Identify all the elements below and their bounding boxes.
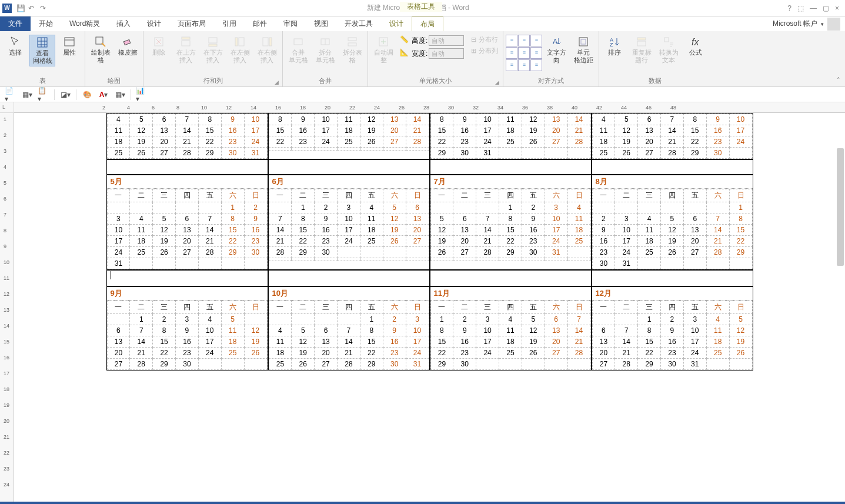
group-label-cell-size: 单元格大小◢ [370, 76, 500, 86]
height-input[interactable] [429, 35, 464, 46]
font-color-icon[interactable]: A▾ [98, 89, 109, 101]
align-bl[interactable]: ≡ [506, 59, 517, 71]
group-label-merge: 合并 [285, 76, 365, 86]
group-label-rows-cols: 行和列◢ [146, 76, 280, 86]
group-label-data: 数据 [602, 76, 709, 86]
vertical-ruler[interactable]: 123456789101112131415161718192021222324 [0, 113, 14, 502]
align-tc[interactable]: ≡ [518, 35, 530, 46]
insert-above-button[interactable]: 在上方插入 [173, 35, 199, 65]
convert-to-text-button[interactable]: 转换为文本 [656, 35, 682, 65]
tab-main-8[interactable]: 视图 [306, 16, 336, 31]
align-mc[interactable]: ≡ [518, 47, 530, 59]
tab-file[interactable]: 文件 [0, 16, 31, 31]
distribute-cols-button[interactable]: ⊞分布列 [469, 46, 500, 56]
svg-rect-23 [348, 38, 356, 41]
close-icon[interactable]: × [835, 4, 839, 12]
tab-main-6[interactable]: 邮件 [245, 16, 275, 31]
qat-save-icon[interactable]: 💾 [16, 4, 25, 12]
title-bar: W 💾 ↶ ↷ 新建 Microsoft Word 文档 - Word 表格工具… [0, 0, 845, 16]
sort-button[interactable]: AZ 排序 [602, 35, 627, 58]
tab-main-5[interactable]: 引用 [214, 16, 245, 31]
tab-main-0[interactable]: 开始 [31, 16, 61, 31]
shape-icon[interactable]: ◪▾ [59, 89, 71, 101]
tab-main-3[interactable]: 设计 [139, 16, 169, 31]
text-direction-button[interactable]: A 文字方向 [543, 35, 569, 65]
svg-rect-18 [263, 38, 268, 46]
svg-rect-19 [269, 38, 272, 46]
tab-main-4[interactable]: 页面布局 [169, 16, 214, 31]
minimize-icon[interactable]: — [810, 4, 817, 12]
group-cell-size: 自动调整 📏 高度: 📐 宽度: ⊟分布行 ⊞分布列 单元格大小◢ [368, 31, 503, 86]
insert-icon[interactable]: 📊▾ [136, 89, 148, 101]
draw-table-button[interactable]: 绘制表格 [88, 35, 113, 65]
view-gridlines-button[interactable]: 查看 网格线 [29, 35, 55, 66]
contextual-tab-label: 表格工具 [400, 2, 442, 12]
qat-redo-icon[interactable]: ↷ [40, 4, 48, 12]
document-area[interactable]: 4567891011121314151617181920212223242526… [14, 113, 845, 502]
word-app-icon: W [2, 4, 12, 13]
help-icon[interactable]: ? [787, 4, 791, 12]
align-mr[interactable]: ≡ [530, 47, 542, 59]
align-tl[interactable]: ≡ [506, 35, 517, 46]
tab-main-1[interactable]: Word精灵 [61, 16, 108, 31]
qat-undo-icon[interactable]: ↶ [28, 4, 36, 12]
align-ml[interactable]: ≡ [506, 47, 517, 59]
width-input[interactable] [429, 48, 464, 59]
svg-rect-33 [664, 38, 669, 42]
split-table-button[interactable]: 拆分表格 [339, 35, 365, 65]
autofit-button[interactable]: 自动调整 [370, 35, 396, 65]
divider [131, 89, 131, 100]
page: 4567891011121314151617181920212223242526… [106, 113, 753, 371]
formula-button[interactable]: fx 公式 [683, 35, 709, 58]
group-label-draw: 绘图 [88, 76, 141, 86]
launcher-icon[interactable]: ◢ [275, 79, 279, 85]
horizontal-ruler[interactable]: 2468101214161820222426283032343638404244… [14, 102, 845, 113]
svg-rect-32 [637, 41, 646, 46]
window-controls: ? ⬚ — ▢ × [787, 4, 843, 12]
width-label: 宽度: [412, 49, 427, 59]
width-icon: 📐 [400, 48, 410, 59]
delete-button[interactable]: 删除 [146, 35, 172, 58]
svg-rect-5 [65, 38, 74, 46]
repeat-header-button[interactable]: 重复标题行 [629, 35, 654, 65]
align-bc[interactable]: ≡ [518, 59, 530, 71]
properties-button[interactable]: 属性 [56, 35, 82, 58]
palette-icon[interactable]: 🎨 [81, 89, 93, 101]
group-merge: 合并 单元格 拆分 单元格 拆分表格 合并 [283, 31, 368, 86]
collapse-ribbon-icon[interactable]: ˄ [837, 76, 840, 84]
svg-rect-13 [182, 37, 190, 39]
newdoc-icon[interactable]: 📄▾ [5, 89, 16, 101]
tab-main-2[interactable]: 插入 [108, 16, 139, 31]
clipboard-icon[interactable]: 📋▾ [38, 89, 49, 101]
ribbon-tabs: 文件 开始Word精灵插入设计页面布局引用邮件审阅视图开发工具设计 布局 Mic… [0, 16, 845, 31]
grid-icon[interactable]: ▦▾ [114, 89, 126, 101]
tab-table-design[interactable]: 设计 [381, 16, 412, 31]
eraser-button[interactable]: 橡皮擦 [115, 35, 141, 58]
cell-margins-button[interactable]: 单元 格边距 [570, 35, 596, 65]
account-area[interactable]: Microsoft 帐户 ▾ [773, 18, 845, 31]
maximize-icon[interactable]: ▢ [823, 4, 829, 12]
alignment-grid: ≡ ≡ ≡ ≡ ≡ ≡ ≡ ≡ ≡ [506, 35, 542, 71]
tab-main-9[interactable]: 开发工具 [336, 16, 381, 31]
distribute-rows-button[interactable]: ⊟分布行 [469, 35, 500, 45]
launcher-icon[interactable]: ◢ [495, 79, 499, 85]
ribbon-display-icon[interactable]: ⬚ [797, 4, 804, 12]
merge-cells-button[interactable]: 合并 单元格 [285, 35, 311, 65]
insert-left-button[interactable]: 在左侧插入 [227, 35, 253, 65]
ribbon: 选择 查看 网格线 属性 表 绘制表格 橡皮擦 绘图 [0, 31, 845, 87]
select-button[interactable]: 选择 [2, 35, 28, 58]
align-br[interactable]: ≡ [530, 59, 542, 71]
tab-table-layout[interactable]: 布局 [412, 16, 443, 32]
group-table: 选择 查看 网格线 属性 表 [0, 31, 85, 86]
height-label: 高度: [412, 36, 427, 46]
group-alignment: ≡ ≡ ≡ ≡ ≡ ≡ ≡ ≡ ≡ A 文字方向 单元 格边距 对齐方式 [503, 31, 599, 86]
insert-below-button[interactable]: 在下方插入 [200, 35, 226, 65]
status-bar: 第 1 页，共 2 页 473 个字 英语(美国) 插入 ▶ − + 100% [0, 502, 845, 504]
tab-main-7[interactable]: 审阅 [275, 16, 306, 31]
insert-right-button[interactable]: 在右侧插入 [254, 35, 280, 65]
table-icon[interactable]: ▦▾ [21, 89, 33, 101]
vertical-scrollbar[interactable] [837, 148, 844, 266]
svg-text:A: A [553, 38, 557, 46]
align-tr[interactable]: ≡ [530, 35, 542, 46]
split-cells-button[interactable]: 拆分 单元格 [312, 35, 338, 65]
